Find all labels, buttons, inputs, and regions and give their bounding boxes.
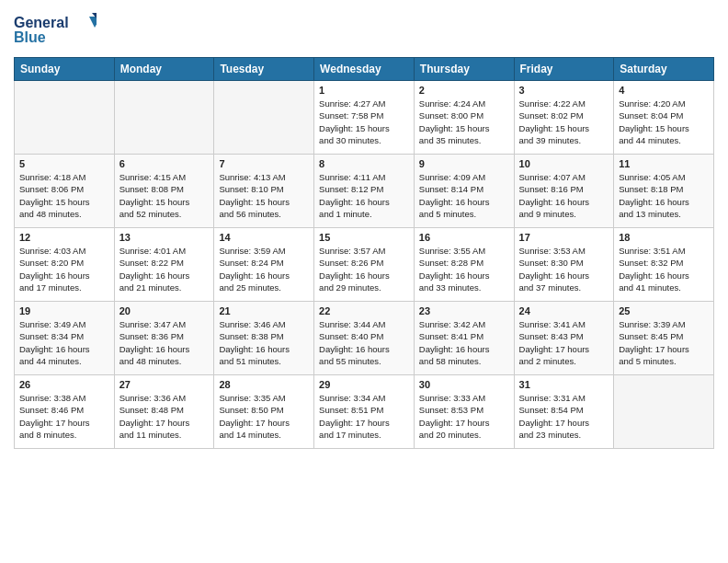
day-info: Sunrise: 3:51 AM Sunset: 8:32 PM Dayligh… <box>619 245 709 293</box>
day-info: Sunrise: 4:09 AM Sunset: 8:14 PM Dayligh… <box>419 171 509 220</box>
day-number: 1 <box>319 85 409 96</box>
calendar-day-cell: 6Sunrise: 4:15 AM Sunset: 8:08 PM Daylig… <box>114 155 214 228</box>
day-number: 20 <box>119 305 210 316</box>
calendar-week-row: 5Sunrise: 4:18 AM Sunset: 8:06 PM Daylig… <box>15 155 714 228</box>
calendar-day-cell: 19Sunrise: 3:49 AM Sunset: 8:34 PM Dayli… <box>15 302 115 375</box>
calendar-day-cell: 2Sunrise: 4:24 AM Sunset: 8:00 PM Daylig… <box>414 81 514 155</box>
calendar-day-header: Wednesday <box>314 58 415 81</box>
calendar-day-cell: 17Sunrise: 3:53 AM Sunset: 8:30 PM Dayli… <box>514 228 614 302</box>
day-number: 21 <box>219 305 309 316</box>
day-info: Sunrise: 3:59 AM Sunset: 8:24 PM Dayligh… <box>219 245 309 293</box>
day-number: 13 <box>119 232 210 243</box>
calendar-day-cell: 11Sunrise: 4:05 AM Sunset: 8:18 PM Dayli… <box>614 155 714 228</box>
calendar-week-row: 26Sunrise: 3:38 AM Sunset: 8:46 PM Dayli… <box>15 375 714 449</box>
day-number: 10 <box>519 158 609 169</box>
calendar-day-cell <box>15 81 115 155</box>
day-info: Sunrise: 4:01 AM Sunset: 8:22 PM Dayligh… <box>119 245 210 293</box>
calendar-day-cell: 12Sunrise: 4:03 AM Sunset: 8:20 PM Dayli… <box>15 228 115 302</box>
header: General Blue <box>14 9 714 50</box>
calendar-day-header: Monday <box>114 58 214 81</box>
day-info: Sunrise: 3:33 AM Sunset: 8:53 PM Dayligh… <box>419 392 509 441</box>
calendar-day-cell: 15Sunrise: 3:57 AM Sunset: 8:26 PM Dayli… <box>314 228 415 302</box>
day-number: 24 <box>519 305 609 316</box>
calendar-day-cell: 8Sunrise: 4:11 AM Sunset: 8:12 PM Daylig… <box>314 155 415 228</box>
day-number: 2 <box>419 85 509 96</box>
day-info: Sunrise: 3:44 AM Sunset: 8:40 PM Dayligh… <box>319 318 409 367</box>
day-number: 27 <box>119 379 210 390</box>
calendar-day-cell <box>614 375 714 449</box>
calendar-day-header: Thursday <box>414 58 514 81</box>
day-number: 17 <box>519 232 609 243</box>
calendar-day-cell: 26Sunrise: 3:38 AM Sunset: 8:46 PM Dayli… <box>15 375 115 449</box>
day-number: 6 <box>119 158 210 169</box>
day-number: 15 <box>319 232 409 243</box>
day-info: Sunrise: 3:31 AM Sunset: 8:54 PM Dayligh… <box>519 392 609 441</box>
calendar-day-header: Saturday <box>614 58 714 81</box>
svg-text:General: General <box>14 15 69 30</box>
day-number: 30 <box>419 379 509 390</box>
logo-icon: General Blue <box>14 9 97 46</box>
calendar-day-cell: 27Sunrise: 3:36 AM Sunset: 8:48 PM Dayli… <box>114 375 214 449</box>
calendar-day-cell: 22Sunrise: 3:44 AM Sunset: 8:40 PM Dayli… <box>314 302 415 375</box>
day-number: 9 <box>419 158 509 169</box>
calendar-day-cell: 1Sunrise: 4:27 AM Sunset: 7:58 PM Daylig… <box>314 81 415 155</box>
calendar-day-header: Sunday <box>15 58 115 81</box>
calendar-day-cell: 14Sunrise: 3:59 AM Sunset: 8:24 PM Dayli… <box>214 228 314 302</box>
day-info: Sunrise: 4:24 AM Sunset: 8:00 PM Dayligh… <box>419 98 509 146</box>
day-info: Sunrise: 3:39 AM Sunset: 8:45 PM Dayligh… <box>619 318 709 367</box>
calendar-day-cell: 9Sunrise: 4:09 AM Sunset: 8:14 PM Daylig… <box>414 155 514 228</box>
day-number: 7 <box>219 158 309 169</box>
calendar-day-cell: 5Sunrise: 4:18 AM Sunset: 8:06 PM Daylig… <box>15 155 115 228</box>
day-number: 5 <box>19 158 109 169</box>
day-number: 19 <box>19 305 109 316</box>
calendar-day-cell: 24Sunrise: 3:41 AM Sunset: 8:43 PM Dayli… <box>514 302 614 375</box>
day-number: 22 <box>319 305 409 316</box>
calendar-day-cell <box>214 81 314 155</box>
calendar-day-cell: 10Sunrise: 4:07 AM Sunset: 8:16 PM Dayli… <box>514 155 614 228</box>
day-info: Sunrise: 4:11 AM Sunset: 8:12 PM Dayligh… <box>319 171 409 220</box>
calendar-day-cell: 20Sunrise: 3:47 AM Sunset: 8:36 PM Dayli… <box>114 302 214 375</box>
calendar-day-cell: 7Sunrise: 4:13 AM Sunset: 8:10 PM Daylig… <box>214 155 314 228</box>
day-number: 18 <box>619 232 709 243</box>
calendar-day-cell: 28Sunrise: 3:35 AM Sunset: 8:50 PM Dayli… <box>214 375 314 449</box>
day-info: Sunrise: 3:53 AM Sunset: 8:30 PM Dayligh… <box>519 245 609 293</box>
calendar-day-cell <box>114 81 214 155</box>
calendar-day-cell: 21Sunrise: 3:46 AM Sunset: 8:38 PM Dayli… <box>214 302 314 375</box>
day-number: 26 <box>19 379 109 390</box>
day-number: 29 <box>319 379 409 390</box>
day-info: Sunrise: 4:13 AM Sunset: 8:10 PM Dayligh… <box>219 171 309 220</box>
day-info: Sunrise: 3:57 AM Sunset: 8:26 PM Dayligh… <box>319 245 409 293</box>
calendar-day-cell: 25Sunrise: 3:39 AM Sunset: 8:45 PM Dayli… <box>614 302 714 375</box>
day-info: Sunrise: 4:05 AM Sunset: 8:18 PM Dayligh… <box>619 171 709 220</box>
day-info: Sunrise: 3:49 AM Sunset: 8:34 PM Dayligh… <box>19 318 109 367</box>
day-info: Sunrise: 4:22 AM Sunset: 8:02 PM Dayligh… <box>519 98 609 146</box>
day-info: Sunrise: 3:42 AM Sunset: 8:41 PM Dayligh… <box>419 318 509 367</box>
day-info: Sunrise: 3:38 AM Sunset: 8:46 PM Dayligh… <box>19 392 109 441</box>
calendar-table: SundayMondayTuesdayWednesdayThursdayFrid… <box>14 57 714 449</box>
calendar-header-row: SundayMondayTuesdayWednesdayThursdayFrid… <box>15 58 714 81</box>
day-number: 25 <box>619 305 709 316</box>
calendar-day-cell: 30Sunrise: 3:33 AM Sunset: 8:53 PM Dayli… <box>414 375 514 449</box>
day-info: Sunrise: 4:03 AM Sunset: 8:20 PM Dayligh… <box>19 245 109 293</box>
day-info: Sunrise: 4:15 AM Sunset: 8:08 PM Dayligh… <box>119 171 210 220</box>
day-number: 14 <box>219 232 309 243</box>
calendar-day-header: Tuesday <box>214 58 314 81</box>
day-number: 8 <box>319 158 409 169</box>
calendar-day-cell: 4Sunrise: 4:20 AM Sunset: 8:04 PM Daylig… <box>614 81 714 155</box>
day-number: 23 <box>419 305 509 316</box>
calendar-day-cell: 18Sunrise: 3:51 AM Sunset: 8:32 PM Dayli… <box>614 228 714 302</box>
calendar-week-row: 19Sunrise: 3:49 AM Sunset: 8:34 PM Dayli… <box>15 302 714 375</box>
day-info: Sunrise: 4:20 AM Sunset: 8:04 PM Dayligh… <box>619 98 709 146</box>
svg-text:Blue: Blue <box>14 29 46 45</box>
calendar-week-row: 12Sunrise: 4:03 AM Sunset: 8:20 PM Dayli… <box>15 228 714 302</box>
day-info: Sunrise: 3:36 AM Sunset: 8:48 PM Dayligh… <box>119 392 210 441</box>
logo: General Blue <box>14 9 97 50</box>
day-info: Sunrise: 3:35 AM Sunset: 8:50 PM Dayligh… <box>219 392 309 441</box>
calendar-week-row: 1Sunrise: 4:27 AM Sunset: 7:58 PM Daylig… <box>15 81 714 155</box>
day-number: 16 <box>419 232 509 243</box>
day-info: Sunrise: 4:27 AM Sunset: 7:58 PM Dayligh… <box>319 98 409 146</box>
day-number: 3 <box>519 85 609 96</box>
day-info: Sunrise: 3:47 AM Sunset: 8:36 PM Dayligh… <box>119 318 210 367</box>
calendar-day-header: Friday <box>514 58 614 81</box>
calendar-day-cell: 31Sunrise: 3:31 AM Sunset: 8:54 PM Dayli… <box>514 375 614 449</box>
